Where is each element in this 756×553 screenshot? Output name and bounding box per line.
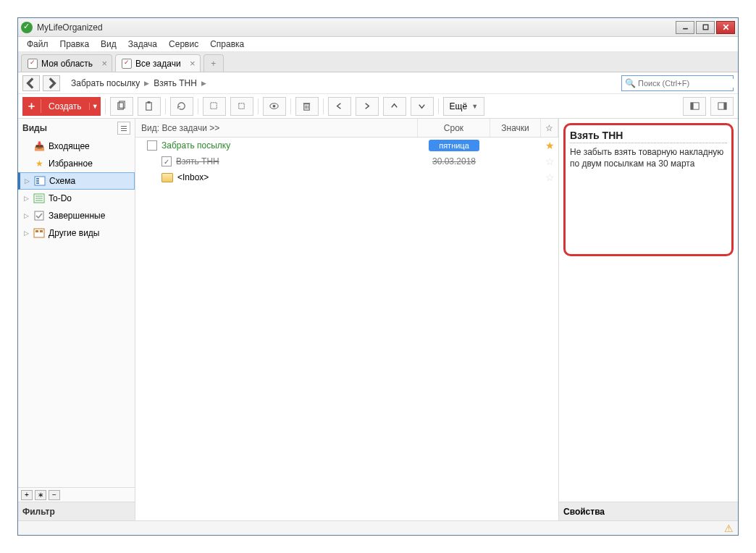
indent-button[interactable] xyxy=(230,97,253,116)
svg-rect-26 xyxy=(36,180,39,182)
star-icon[interactable]: ★ xyxy=(541,140,558,151)
task-name: Взять ТНН xyxy=(176,156,418,166)
search-box[interactable]: 🔍 xyxy=(621,75,734,91)
task-row[interactable]: ✓ Взять ТНН 30.03.2018 ☆ xyxy=(135,153,558,169)
create-label: Создать xyxy=(41,101,89,111)
expand-icon[interactable]: ▷ xyxy=(24,229,33,237)
svg-rect-8 xyxy=(211,103,217,109)
task-note[interactable]: Взять ТНН Не забыть взять товарную накла… xyxy=(563,123,734,256)
column-znach[interactable]: Значки xyxy=(490,119,541,137)
menu-edit[interactable]: Правка xyxy=(54,38,96,51)
arrow-right-button[interactable] xyxy=(356,97,379,116)
chevron-down-icon: ▼ xyxy=(471,103,478,110)
menubar: Файл Правка Вид Задача Сервис Справка xyxy=(18,37,738,52)
menu-task[interactable]: Задача xyxy=(122,38,163,51)
svg-rect-32 xyxy=(35,211,43,220)
main-panel: Вид: Все задачи >> Срок Значки ☆ ◢ Забра… xyxy=(135,119,558,520)
close-button[interactable] xyxy=(716,21,735,34)
menu-file[interactable]: Файл xyxy=(21,38,54,51)
more-button[interactable]: Ещё ▼ xyxy=(443,97,484,116)
create-button[interactable]: ＋ Создать ▼ xyxy=(22,97,101,116)
nav-back-button[interactable] xyxy=(22,75,40,91)
paste-button[interactable] xyxy=(138,97,161,116)
maximize-button[interactable] xyxy=(696,21,715,34)
properties-bar[interactable]: Свойства xyxy=(559,502,738,520)
task-row[interactable]: <Inbox> ☆ xyxy=(135,169,558,185)
breadcrumb-sep-icon: ▶ xyxy=(199,80,209,87)
nav-forward-button[interactable] xyxy=(43,75,60,91)
delete-button[interactable] xyxy=(295,97,319,116)
sidebar-item-label: Входящее xyxy=(49,141,90,151)
sidebar-item-completed[interactable]: ▷ Завершенные xyxy=(18,207,135,224)
statusbar: ⚠ xyxy=(18,520,738,535)
breadcrumb[interactable]: Забрать посылку ▶ Взять ТНН ▶ xyxy=(63,78,618,88)
dup-view-button[interactable]: ∗ xyxy=(35,490,46,500)
menu-view[interactable]: Вид xyxy=(95,38,122,51)
filter-bar[interactable]: Фильтр xyxy=(18,502,135,520)
sidebar-item-inbox[interactable]: 📥 Входящее xyxy=(18,138,135,155)
column-vid[interactable]: Вид: Все задачи >> xyxy=(135,119,418,137)
remove-view-button[interactable]: − xyxy=(49,490,60,500)
app-icon xyxy=(21,22,33,33)
svg-point-11 xyxy=(273,105,276,108)
sidebar-item-schema[interactable]: ▷ Схема xyxy=(18,172,135,190)
tab-icon xyxy=(122,59,132,69)
layout-right-button[interactable] xyxy=(710,97,734,116)
menu-help[interactable]: Справка xyxy=(204,38,250,51)
tab-label: Моя область xyxy=(41,59,93,69)
collapse-icon[interactable]: ◢ xyxy=(138,142,147,149)
expand-icon[interactable]: ▷ xyxy=(24,195,33,202)
breadcrumb-item[interactable]: Взять ТНН xyxy=(151,78,199,88)
refresh-button[interactable] xyxy=(170,97,193,116)
task-name: <Inbox> xyxy=(177,172,418,182)
breadcrumb-item[interactable]: Забрать посылку xyxy=(69,78,142,88)
outdent-button[interactable] xyxy=(203,97,226,116)
warning-icon[interactable]: ⚠ xyxy=(724,523,734,534)
sidebar-menu-button[interactable] xyxy=(117,122,130,135)
schema-icon xyxy=(33,175,46,187)
inbox-icon: 📥 xyxy=(33,140,46,152)
detail-body[interactable]: Не забыть взять товарную накладную по дв… xyxy=(570,146,727,169)
svg-rect-27 xyxy=(36,182,39,184)
tab-all-tasks[interactable]: Все задачи × xyxy=(115,54,201,72)
sidebar-item-other[interactable]: ▷ Другие виды xyxy=(18,224,135,242)
arrow-down-button[interactable] xyxy=(411,97,434,116)
arrow-left-button[interactable] xyxy=(328,97,351,116)
tab-close-icon[interactable]: × xyxy=(101,59,107,68)
checkbox[interactable]: ✓ xyxy=(161,156,172,166)
minimize-button[interactable] xyxy=(676,21,694,34)
star-icon[interactable]: ☆ xyxy=(541,156,558,167)
task-row[interactable]: ◢ Забрать посылку пятница ★ xyxy=(135,138,558,153)
check-icon xyxy=(33,210,46,221)
layout-left-button[interactable] xyxy=(683,97,706,116)
sidebar-item-label: To-Do xyxy=(49,193,72,203)
svg-rect-23 xyxy=(121,130,127,131)
tab-add[interactable]: + xyxy=(203,54,224,72)
search-input[interactable] xyxy=(638,79,738,88)
expand-icon[interactable]: ▷ xyxy=(25,177,33,185)
column-star[interactable]: ☆ xyxy=(541,119,558,137)
app-title: MyLifeOrganized xyxy=(37,22,674,33)
menu-service[interactable]: Сервис xyxy=(163,38,204,51)
task-list: ◢ Забрать посылку пятница ★ ✓ Взять ТНН … xyxy=(135,138,558,520)
star-icon[interactable]: ☆ xyxy=(541,172,558,183)
svg-rect-18 xyxy=(690,103,693,109)
add-view-button[interactable]: + xyxy=(21,490,33,500)
sidebar-item-todo[interactable]: ▷ To-Do xyxy=(18,190,135,207)
eye-button[interactable] xyxy=(263,97,286,116)
column-srok[interactable]: Срок xyxy=(418,119,490,137)
star-icon: ★ xyxy=(33,158,46,169)
tab-close-icon[interactable]: × xyxy=(190,59,196,68)
tab-icon xyxy=(28,59,38,69)
copy-button[interactable] xyxy=(110,97,133,116)
svg-rect-6 xyxy=(146,103,152,110)
sidebar: Виды 📥 Входящее ★ Избранное ▷ Схема xyxy=(18,119,135,520)
app-window: MyLifeOrganized Файл Правка Вид Задача С… xyxy=(17,17,739,536)
filter-label: Фильтр xyxy=(22,507,55,517)
expand-icon[interactable]: ▷ xyxy=(24,212,33,219)
sidebar-item-favorites[interactable]: ★ Избранное xyxy=(18,155,135,172)
chevron-down-icon[interactable]: ▼ xyxy=(89,103,101,110)
checkbox[interactable] xyxy=(147,140,157,151)
arrow-up-button[interactable] xyxy=(383,97,406,116)
tab-my-area[interactable]: Моя область × xyxy=(21,54,112,72)
